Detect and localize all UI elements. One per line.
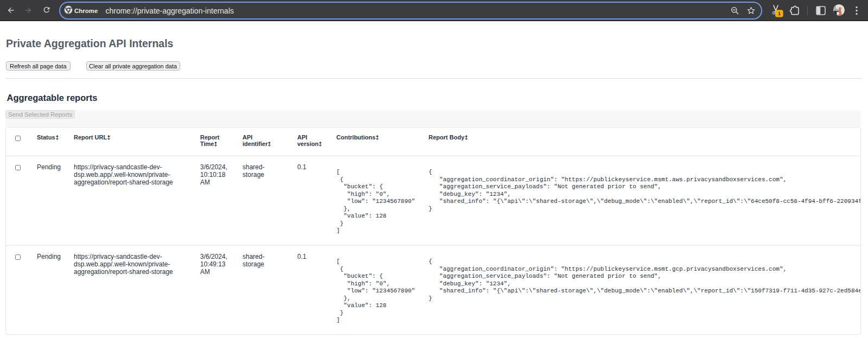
svg-text:1: 1 <box>778 10 781 16</box>
